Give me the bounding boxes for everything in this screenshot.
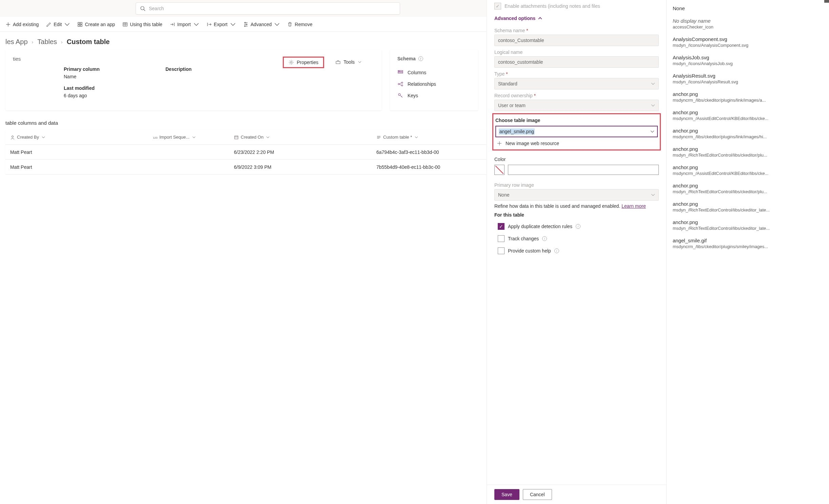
- advanced-options-toggle[interactable]: Advanced options: [494, 12, 659, 24]
- schema-card: Schema i Abc Columns Relationships Keys: [390, 50, 478, 110]
- flyout-option[interactable]: anchor.pngmsdyncrm_/AssistEditControl/KB…: [667, 161, 829, 175]
- toolbox-icon: [335, 59, 341, 65]
- option-path: msdyncrm_/AssistEditControl/KBEditor/lib…: [673, 171, 823, 175]
- columns-link[interactable]: Abc Columns: [397, 67, 471, 78]
- chevron-down-icon: [651, 82, 655, 86]
- primary-column-label: Primary column: [64, 66, 165, 72]
- cmd-using-table[interactable]: Using this table: [119, 20, 166, 29]
- svg-rect-6: [78, 25, 80, 26]
- gear-icon: [289, 60, 294, 65]
- chevron-down-icon: [415, 136, 418, 139]
- cmd-edit[interactable]: Edit: [43, 20, 73, 29]
- info-icon[interactable]: i: [418, 56, 423, 61]
- new-image-resource-button[interactable]: New image web resource: [495, 137, 658, 147]
- table-icon: [122, 22, 128, 27]
- flyout-option[interactable]: anchor.pngmsdyncrm_/AssistEditControl/KB…: [667, 106, 829, 124]
- flyout-option[interactable]: AnalysisJob.svgmsdyn_/Icons/AnalysisJob.…: [667, 51, 829, 69]
- cmd-create-app[interactable]: Create an app: [74, 20, 118, 29]
- relationships-link[interactable]: Relationships: [397, 78, 471, 90]
- choose-image-label: Choose table image: [495, 118, 658, 123]
- export-icon: [206, 22, 212, 27]
- cmd-label: Add existing: [13, 22, 39, 27]
- description-label: Description: [165, 66, 267, 72]
- tools-button[interactable]: Tools: [335, 59, 361, 65]
- chevron-down-icon: [650, 129, 654, 134]
- breadcrumb-tables[interactable]: Tables: [37, 38, 57, 46]
- chevron-down-icon: [64, 22, 70, 27]
- new-resource-label: New image web resource: [506, 141, 559, 146]
- record-ownership-label: Record ownership *: [494, 89, 659, 100]
- col-import-seq[interactable]: 123 Import Seque...: [148, 135, 229, 140]
- flyout-option[interactable]: AnalysisComponent.svgmsdyn_/Icons/Analys…: [667, 33, 829, 51]
- plus-icon: [497, 141, 502, 146]
- cmd-advanced[interactable]: Advanced: [240, 20, 283, 29]
- settings-sliders-icon: [243, 22, 249, 27]
- flyout-option[interactable]: anchor.pngmsdyncrm_/libs/ckeditor/plugin…: [667, 88, 829, 106]
- properties-button[interactable]: Properties: [283, 57, 324, 68]
- flyout-option[interactable]: anchor.pngmsdyncrm_/libs/ckeditor/plugin…: [667, 124, 829, 143]
- svg-point-16: [244, 25, 245, 26]
- cmd-label: Edit: [54, 22, 62, 27]
- pencil-icon: [46, 22, 52, 27]
- svg-point-15: [246, 24, 247, 25]
- schema-name-field: contoso_Customtable: [494, 35, 659, 46]
- search-input[interactable]: Search: [136, 2, 400, 15]
- col-created-by[interactable]: Created By: [5, 135, 148, 140]
- flyout-option[interactable]: None: [667, 2, 829, 15]
- plus-icon: [5, 22, 11, 27]
- cmd-import[interactable]: Import: [166, 20, 202, 29]
- flyout-option[interactable]: AnalysisResult.svgmsdyn_/Icons/AnalysisR…: [667, 69, 829, 88]
- image-picker-flyout[interactable]: NoneNo display nameaccessChecker_iconAna…: [666, 0, 829, 175]
- choose-image-combobox[interactable]: angel_smile.png: [495, 126, 658, 137]
- option-title: anchor.png: [673, 109, 823, 115]
- option-path: msdyncrm_/libs/ckeditor/plugins/link/ima…: [673, 134, 823, 139]
- cmd-label: Export: [214, 22, 228, 27]
- color-swatch[interactable]: [494, 165, 505, 175]
- svg-rect-18: [336, 61, 340, 64]
- schema-title: Schema: [397, 56, 416, 61]
- search-placeholder: Search: [149, 6, 164, 11]
- schema-name-label: Schema name *: [494, 24, 659, 35]
- properties-card: ties Properties Tools Primary column Nam…: [5, 50, 382, 110]
- cmd-label: Using this table: [130, 22, 162, 27]
- svg-line-26: [399, 84, 401, 85]
- cell-created-by: Matt Peart: [5, 164, 148, 170]
- keys-link[interactable]: Keys: [397, 90, 471, 101]
- option-title: AnalysisJob.svg: [673, 55, 823, 60]
- choose-image-highlight: Choose table image angel_smile.png New i…: [492, 113, 661, 150]
- import-icon: [170, 22, 175, 27]
- cmd-remove[interactable]: Remove: [284, 20, 316, 29]
- flyout-option[interactable]: No display nameaccessChecker_icon: [667, 15, 829, 33]
- chevron-down-icon: [651, 103, 655, 107]
- type-label: Type *: [494, 68, 659, 78]
- cell-created-by: Matt Peart: [5, 149, 148, 155]
- breadcrumb-app[interactable]: les App: [5, 38, 28, 46]
- svg-rect-32: [235, 136, 238, 139]
- svg-line-29: [401, 96, 402, 97]
- svg-rect-5: [80, 22, 82, 24]
- svg-point-23: [401, 82, 403, 83]
- color-label: Color: [494, 153, 659, 163]
- svg-point-14: [245, 22, 246, 23]
- flyout-option[interactable]: anchor.pngmsdyn_/RichTextEditorControl/l…: [667, 143, 829, 161]
- color-input[interactable]: [508, 165, 659, 175]
- svg-line-1: [144, 9, 145, 11]
- cmd-add-existing[interactable]: Add existing: [2, 20, 42, 29]
- chevron-down-icon: [230, 22, 236, 27]
- cmd-export[interactable]: Export: [203, 20, 239, 29]
- col-created-on[interactable]: Created On: [229, 135, 372, 140]
- col-label: Created By: [17, 135, 39, 140]
- last-modified-label: Last modified: [64, 85, 165, 91]
- number-icon: 123: [153, 135, 157, 140]
- option-path: accessChecker_icon: [673, 24, 823, 29]
- chevron-down-icon: [358, 60, 361, 64]
- svg-point-22: [398, 83, 399, 85]
- option-title: None: [673, 5, 823, 11]
- trash-icon: [287, 22, 293, 27]
- enable-attachments-label: Enable attachments (including notes and …: [505, 3, 600, 9]
- option-title: anchor.png: [673, 146, 823, 152]
- svg-point-0: [141, 6, 144, 10]
- tools-label: Tools: [343, 59, 355, 65]
- col-label: Custom table *: [383, 135, 412, 140]
- cmd-label: Remove: [295, 22, 312, 27]
